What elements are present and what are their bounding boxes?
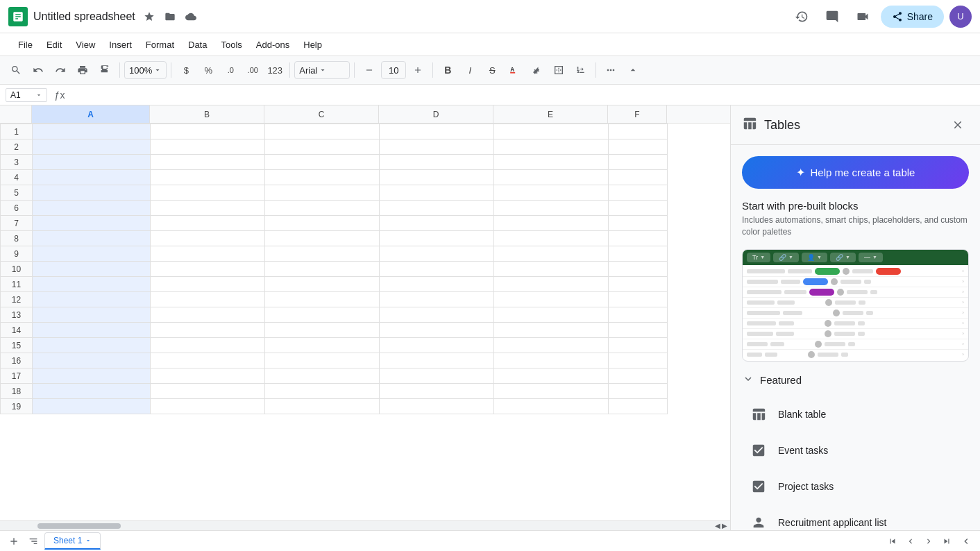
cell-18-2[interactable] <box>265 384 380 399</box>
cell-12-5[interactable] <box>609 292 668 307</box>
cell-13-4[interactable] <box>494 307 609 323</box>
cell-11-4[interactable] <box>494 277 609 292</box>
history-button[interactable] <box>789 4 814 29</box>
cell-18-5[interactable] <box>609 384 668 399</box>
font-size-decrease[interactable] <box>359 60 380 80</box>
cell-13-2[interactable] <box>265 307 380 323</box>
col-header-f[interactable]: F <box>608 105 667 123</box>
cloud-save-button[interactable] <box>183 8 199 25</box>
cell-14-2[interactable] <box>265 323 380 338</box>
cell-5-0[interactable] <box>33 185 151 201</box>
cell-1-0[interactable] <box>33 124 151 139</box>
cell-7-0[interactable] <box>33 216 151 231</box>
cell-19-2[interactable] <box>265 399 380 414</box>
cell-9-3[interactable] <box>380 246 494 262</box>
cell-8-3[interactable] <box>380 231 494 246</box>
row-num-15[interactable]: 15 <box>1 338 33 353</box>
ai-create-table-button[interactable]: ✦ Help me create a table <box>742 156 969 189</box>
cell-19-4[interactable] <box>494 399 609 414</box>
cell-12-2[interactable] <box>265 292 380 307</box>
row-num-1[interactable]: 1 <box>1 124 33 139</box>
cell-19-3[interactable] <box>380 399 494 414</box>
row-num-17[interactable]: 17 <box>1 368 33 384</box>
cell-15-3[interactable] <box>380 338 494 353</box>
menu-help[interactable]: Help <box>296 37 329 53</box>
cell-9-4[interactable] <box>494 246 609 262</box>
text-color-button[interactable]: A <box>504 60 525 80</box>
featured-item-project-tasks[interactable]: Project tasks <box>742 468 969 505</box>
cell-reference[interactable]: A1 <box>6 88 47 102</box>
cell-18-0[interactable] <box>33 384 151 399</box>
cell-19-0[interactable] <box>33 399 151 414</box>
cell-2-5[interactable] <box>609 139 668 155</box>
cell-10-5[interactable] <box>609 262 668 277</box>
grid-container[interactable]: 12345678910111213141516171819 <box>0 124 730 520</box>
font-selector[interactable]: Arial <box>294 61 350 79</box>
cell-3-1[interactable] <box>151 155 265 170</box>
strikethrough-button[interactable]: S <box>482 60 502 80</box>
nav-prev-button[interactable] <box>902 533 919 550</box>
menu-insert[interactable]: Insert <box>102 37 139 53</box>
cell-8-5[interactable] <box>609 231 668 246</box>
comments-button[interactable] <box>820 4 845 29</box>
cell-12-0[interactable] <box>33 292 151 307</box>
cell-2-0[interactable] <box>33 139 151 155</box>
cell-2-1[interactable] <box>151 139 265 155</box>
cell-19-5[interactable] <box>609 399 668 414</box>
zoom-selector[interactable]: 100% <box>124 61 167 79</box>
cell-3-3[interactable] <box>380 155 494 170</box>
col-header-a[interactable]: A <box>32 105 150 123</box>
cell-15-1[interactable] <box>151 338 265 353</box>
cell-14-5[interactable] <box>609 323 668 338</box>
cell-7-3[interactable] <box>380 216 494 231</box>
row-num-2[interactable]: 2 <box>1 139 33 155</box>
cell-16-3[interactable] <box>380 353 494 368</box>
cell-10-0[interactable] <box>33 262 151 277</box>
cell-17-4[interactable] <box>494 368 609 384</box>
cell-13-0[interactable] <box>33 307 151 323</box>
cell-9-0[interactable] <box>33 246 151 262</box>
cell-3-2[interactable] <box>265 155 380 170</box>
cell-1-4[interactable] <box>494 124 609 139</box>
col-header-e[interactable]: E <box>493 105 608 123</box>
cell-12-4[interactable] <box>494 292 609 307</box>
undo-button[interactable] <box>28 60 49 80</box>
cell-18-1[interactable] <box>151 384 265 399</box>
row-num-6[interactable]: 6 <box>1 201 33 216</box>
cell-10-3[interactable] <box>380 262 494 277</box>
decimal-dec-button[interactable]: .0 <box>220 60 241 80</box>
cell-2-3[interactable] <box>380 139 494 155</box>
cell-5-4[interactable] <box>494 185 609 201</box>
cell-11-5[interactable] <box>609 277 668 292</box>
print-button[interactable] <box>72 60 93 80</box>
cell-17-2[interactable] <box>265 368 380 384</box>
cell-11-0[interactable] <box>33 277 151 292</box>
cell-10-2[interactable] <box>265 262 380 277</box>
cell-5-5[interactable] <box>609 185 668 201</box>
search-button[interactable] <box>6 60 26 80</box>
merge-cells-button[interactable] <box>571 60 591 80</box>
cell-15-0[interactable] <box>33 338 151 353</box>
cell-8-0[interactable] <box>33 231 151 246</box>
cell-18-4[interactable] <box>494 384 609 399</box>
cell-4-4[interactable] <box>494 170 609 185</box>
cell-15-4[interactable] <box>494 338 609 353</box>
decimal-inc-button[interactable]: .00 <box>242 60 263 80</box>
hide-formula-bar[interactable] <box>623 60 643 80</box>
row-num-8[interactable]: 8 <box>1 231 33 246</box>
featured-item-recruitment[interactable]: Recruitment applicant list <box>742 505 969 530</box>
formula-input[interactable] <box>72 90 974 100</box>
cell-6-3[interactable] <box>380 201 494 216</box>
cell-6-0[interactable] <box>33 201 151 216</box>
cell-6-1[interactable] <box>151 201 265 216</box>
featured-item-blank-table[interactable]: Blank table <box>742 396 969 432</box>
cell-3-5[interactable] <box>609 155 668 170</box>
cell-3-0[interactable] <box>33 155 151 170</box>
format-type-button[interactable]: 123 <box>264 60 285 80</box>
nav-last-button[interactable] <box>938 533 955 550</box>
row-num-14[interactable]: 14 <box>1 323 33 338</box>
menu-file[interactable]: File <box>11 37 40 53</box>
col-header-b[interactable]: B <box>150 105 264 123</box>
cell-17-3[interactable] <box>380 368 494 384</box>
add-sheet-button[interactable] <box>6 533 22 550</box>
